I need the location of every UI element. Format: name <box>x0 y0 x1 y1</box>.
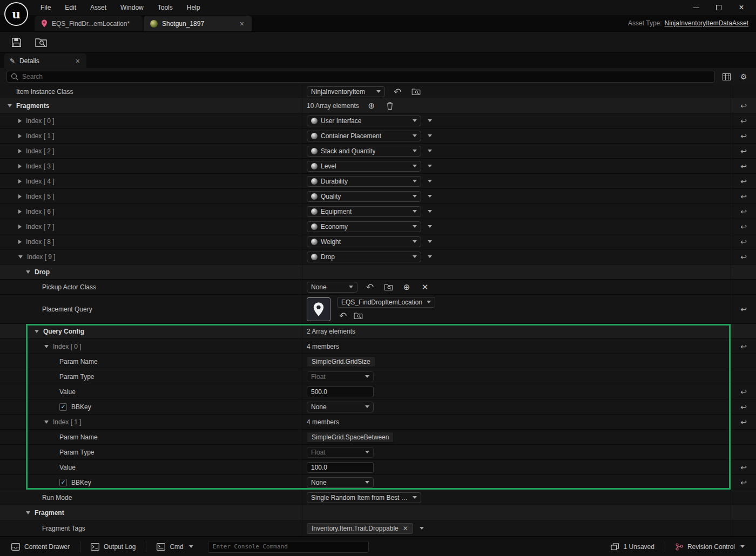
expander-icon[interactable] <box>18 255 23 259</box>
display-filter-icon[interactable] <box>720 71 732 83</box>
fragment-type-dropdown[interactable]: Weight <box>307 236 421 247</box>
expander-icon[interactable] <box>18 119 22 123</box>
revert-icon[interactable]: ↩ <box>740 342 747 351</box>
revert-icon[interactable]: ↩ <box>740 238 747 246</box>
bbkey-dropdown[interactable]: None <box>307 402 374 412</box>
unsaved-button[interactable]: 1 Unsaved <box>605 540 660 554</box>
add-element-icon[interactable]: ⊕ <box>366 100 377 112</box>
extra-options-chevron-icon[interactable] <box>428 195 432 198</box>
panel-close-icon[interactable]: × <box>75 57 81 65</box>
output-log-button[interactable]: Output Log <box>85 540 141 554</box>
menu-file[interactable]: File <box>33 0 58 15</box>
menu-tools[interactable]: Tools <box>151 0 180 15</box>
placement-query-dropdown[interactable]: EQS_FindDropItemLocation <box>337 297 435 308</box>
content-drawer-button[interactable]: Content Drawer <box>5 540 76 554</box>
tab-close-icon[interactable]: × <box>239 19 245 28</box>
expander-icon[interactable] <box>18 134 22 138</box>
value-input[interactable]: 500.0 <box>307 387 374 397</box>
fragment-type-dropdown[interactable]: Quality <box>307 191 421 202</box>
fragment-type-dropdown[interactable]: Stack and Quantity <box>307 146 421 157</box>
tag-options-chevron-icon[interactable] <box>420 527 424 530</box>
console-command-input[interactable] <box>208 541 369 553</box>
extra-options-chevron-icon[interactable] <box>428 210 432 213</box>
browse-icon[interactable] <box>382 281 394 293</box>
bbkey-checkbox[interactable]: ✓ <box>59 479 67 486</box>
expander-icon[interactable] <box>26 511 30 514</box>
run-mode-dropdown[interactable]: Single Random Item from Best 25% <box>307 492 421 503</box>
revert-icon[interactable]: ↩ <box>740 463 747 472</box>
value-input[interactable]: 100.0 <box>307 462 374 473</box>
expander-icon[interactable] <box>44 421 49 424</box>
menu-asset[interactable]: Asset <box>83 0 113 15</box>
expander-icon[interactable] <box>8 104 12 107</box>
param-name-field[interactable]: SimpleGrid.GridSize <box>307 356 375 367</box>
param-type-dropdown[interactable]: Float <box>307 447 374 458</box>
revert-icon[interactable]: ↩ <box>740 162 747 171</box>
revert-icon[interactable]: ↩ <box>740 132 747 140</box>
item-instance-class-dropdown[interactable]: NinjaInventoryItem <box>307 86 385 97</box>
eqs-thumbnail[interactable] <box>307 297 330 321</box>
fragment-type-dropdown[interactable]: Economy <box>307 221 421 232</box>
bbkey-dropdown[interactable]: None <box>307 477 374 488</box>
tab-shotgun-asset[interactable]: Shotgun_1897 × <box>144 16 252 31</box>
revert-icon[interactable]: ↩ <box>740 305 747 314</box>
bbkey-checkbox[interactable]: ✓ <box>59 403 67 411</box>
asset-type-link[interactable]: NinjaInventoryItemDataAsset <box>665 19 748 27</box>
fragment-type-dropdown[interactable]: Equipment <box>307 206 421 217</box>
revert-icon[interactable]: ↩ <box>740 253 747 261</box>
expander-icon[interactable] <box>18 209 22 214</box>
extra-options-chevron-icon[interactable] <box>428 225 432 228</box>
revert-icon[interactable]: ↩ <box>740 117 747 125</box>
settings-gear-icon[interactable]: ⚙ <box>738 71 750 83</box>
expander-icon[interactable] <box>44 345 49 348</box>
clear-icon[interactable]: ✕ <box>419 281 431 293</box>
extra-options-chevron-icon[interactable] <box>428 150 432 152</box>
extra-options-chevron-icon[interactable] <box>428 255 432 258</box>
expander-icon[interactable] <box>18 240 22 244</box>
tab-eqs-asset[interactable]: EQS_FindDr...emLocation* <box>35 16 143 31</box>
fragment-type-dropdown[interactable]: User Interface <box>307 116 421 126</box>
revert-icon[interactable]: ↩ <box>740 147 747 155</box>
expander-icon[interactable] <box>18 149 22 153</box>
use-selected-icon[interactable] <box>337 310 349 322</box>
gameplay-tag-chip[interactable]: Inventory.Item.Trait.Droppable ✕ <box>307 523 413 534</box>
save-icon[interactable] <box>8 34 25 50</box>
pickup-actor-class-dropdown[interactable]: None <box>307 282 357 293</box>
fragment-type-dropdown[interactable]: Drop <box>307 252 421 262</box>
browse-icon[interactable] <box>410 86 422 98</box>
param-name-field[interactable]: SimpleGrid.SpaceBetween <box>307 432 394 443</box>
browse-to-asset-icon[interactable] <box>32 34 50 50</box>
close-icon[interactable]: × <box>732 1 751 14</box>
use-selected-icon[interactable] <box>364 281 376 293</box>
expander-icon[interactable] <box>35 330 39 333</box>
minimize-icon[interactable] <box>687 1 705 14</box>
maximize-icon[interactable] <box>710 1 728 14</box>
search-input[interactable] <box>6 71 715 83</box>
extra-options-chevron-icon[interactable] <box>428 165 432 167</box>
expander-icon[interactable] <box>18 164 22 168</box>
extra-options-chevron-icon[interactable] <box>428 134 432 137</box>
fragment-type-dropdown[interactable]: Durability <box>307 176 421 187</box>
revert-icon[interactable]: ↩ <box>740 403 747 411</box>
revert-icon[interactable]: ↩ <box>740 222 747 231</box>
fragment-type-dropdown[interactable]: Level <box>307 161 421 172</box>
revision-control-button[interactable]: Revision Control <box>670 540 751 554</box>
remove-tag-icon[interactable]: ✕ <box>403 525 408 532</box>
revert-icon[interactable]: ↩ <box>740 177 747 186</box>
new-asset-icon[interactable]: ⊕ <box>401 281 413 293</box>
expander-icon[interactable] <box>18 225 22 229</box>
revert-icon[interactable]: ↩ <box>740 192 747 201</box>
revert-icon[interactable]: ↩ <box>740 207 747 216</box>
expander-icon[interactable] <box>18 194 22 199</box>
extra-options-chevron-icon[interactable] <box>428 240 432 243</box>
cmd-button[interactable]: Cmd <box>151 540 199 554</box>
expander-icon[interactable] <box>18 179 22 184</box>
param-type-dropdown[interactable]: Float <box>307 371 374 382</box>
extra-options-chevron-icon[interactable] <box>428 119 432 122</box>
tab-details[interactable]: ✎ Details × <box>4 53 86 68</box>
revert-icon[interactable]: ↩ <box>740 388 747 396</box>
expander-icon[interactable] <box>26 270 30 274</box>
extra-options-chevron-icon[interactable] <box>428 180 432 182</box>
delete-all-icon[interactable] <box>384 100 396 112</box>
use-selected-icon[interactable] <box>392 86 403 98</box>
